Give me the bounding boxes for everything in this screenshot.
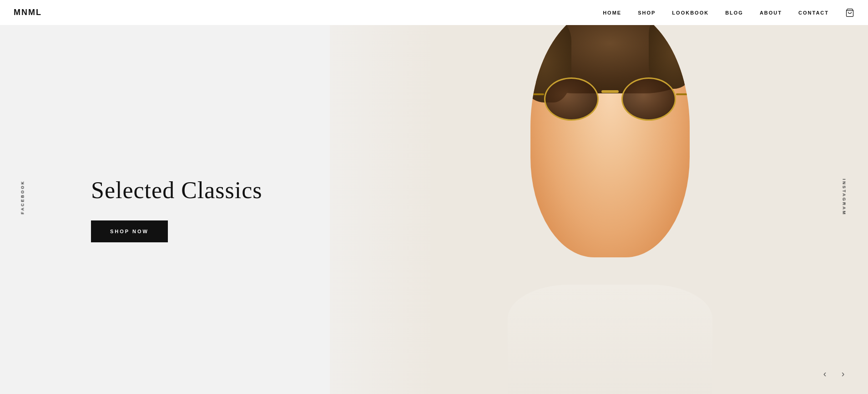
facebook-label[interactable]: FACEBOOK <box>20 180 25 214</box>
nav-home[interactable]: HOME <box>603 10 621 15</box>
carousel-next-button[interactable]: › <box>836 367 850 380</box>
shop-now-button[interactable]: SHOP NOW <box>91 220 168 242</box>
main-nav: HOME SHOP LOOKBOOK BLOG ABOUT CONTACT <box>603 8 854 17</box>
glasses-lens-left <box>544 77 599 121</box>
instagram-label[interactable]: INSTAGRAM <box>842 179 847 215</box>
glasses-arm-right <box>676 93 690 95</box>
hero-section: Selected Classics SHOP NOW ‹ › <box>0 25 868 394</box>
carousel-prev-button[interactable]: ‹ <box>818 367 832 380</box>
nav-blog[interactable]: BLOG <box>725 10 743 15</box>
model-head <box>530 25 690 257</box>
hero-image <box>330 25 868 394</box>
model-shirt <box>508 285 712 394</box>
glasses-arm-left <box>530 93 544 95</box>
cart-icon[interactable] <box>845 8 854 17</box>
nav-shop[interactable]: SHOP <box>638 10 656 15</box>
model-figure <box>501 25 719 394</box>
nav-lookbook[interactable]: LOOKBOOK <box>672 10 709 15</box>
glasses-bridge <box>601 90 619 93</box>
logo[interactable]: MNML <box>14 8 42 17</box>
nav-contact[interactable]: CONTACT <box>798 10 829 15</box>
model-sunglasses <box>542 77 678 123</box>
hero-content: Selected Classics SHOP NOW <box>0 177 281 242</box>
header: MNML HOME SHOP LOOKBOOK BLOG ABOUT CONTA… <box>0 0 868 25</box>
nav-about[interactable]: ABOUT <box>760 10 782 15</box>
hero-title: Selected Classics <box>91 177 262 204</box>
glasses-lens-right <box>621 77 676 121</box>
